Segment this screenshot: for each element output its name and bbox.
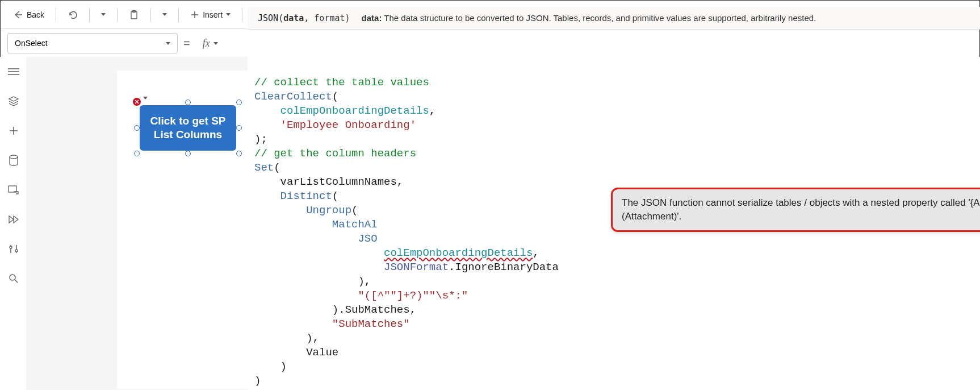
separator [56, 8, 56, 22]
tree-view-tab[interactable] [7, 65, 20, 78]
canvas-button-text: Click to get SP List Columns [140, 114, 236, 142]
media-tab[interactable] [7, 183, 20, 197]
formula-editor[interactable]: // collect the table values ClearCollect… [248, 57, 980, 390]
insert-tab[interactable] [7, 124, 20, 138]
plus-icon [190, 10, 199, 19]
main-area: Click to get SP List Columns // collect … [0, 57, 980, 390]
separator [89, 8, 90, 22]
parameter-description: data: The data structure to be converted… [362, 13, 816, 23]
tools-tab[interactable] [7, 242, 20, 256]
flows-tab[interactable] [7, 213, 20, 226]
undo-button[interactable] [62, 6, 83, 23]
fx-indicator[interactable]: fx [196, 33, 225, 53]
chevron-down-icon [166, 42, 170, 45]
property-value: OnSelect [15, 39, 48, 48]
undo-menu[interactable] [95, 10, 111, 19]
paste-menu[interactable] [157, 10, 173, 19]
back-label: Back [27, 10, 44, 19]
formula-hint-bar: JSON(data, format) data: The data struct… [248, 7, 980, 30]
separator [150, 8, 151, 22]
equals-label: = [183, 37, 190, 50]
undo-icon [68, 10, 78, 20]
error-message: The JSON function cannot serialize table… [622, 197, 980, 222]
left-rail [0, 57, 27, 390]
svg-point-10 [10, 155, 18, 159]
insert-button[interactable]: Insert [185, 7, 236, 23]
error-badge[interactable] [132, 97, 142, 107]
back-arrow-icon [13, 10, 23, 20]
svg-point-13 [10, 246, 12, 248]
separator [117, 8, 118, 22]
chevron-down-icon [213, 42, 218, 45]
separator [242, 8, 242, 22]
svg-point-15 [15, 250, 18, 252]
separator [178, 8, 179, 22]
back-button[interactable]: Back [7, 6, 50, 23]
chevron-down-icon [101, 13, 106, 16]
search-tab[interactable] [7, 272, 20, 285]
svg-point-16 [10, 275, 15, 280]
chevron-down-icon [162, 13, 167, 16]
error-tooltip: The JSON function cannot serialize table… [611, 188, 980, 232]
chevron-down-icon [226, 13, 231, 16]
canvas-button-control[interactable]: Click to get SP List Columns [140, 105, 236, 151]
function-signature: JSON(data, format) [258, 13, 350, 23]
clipboard-icon [129, 10, 139, 20]
svg-line-17 [15, 280, 18, 283]
chevron-down-icon[interactable] [143, 97, 148, 99]
layers-tab[interactable] [7, 94, 20, 108]
paste-button[interactable] [123, 6, 145, 23]
canvas-area[interactable]: Click to get SP List Columns [27, 57, 248, 390]
fx-icon: fx [203, 38, 210, 49]
property-row: OnSelect = fx [1, 29, 979, 57]
data-tab[interactable] [7, 153, 20, 167]
property-selector[interactable]: OnSelect [7, 33, 178, 53]
insert-label: Insert [203, 10, 223, 19]
